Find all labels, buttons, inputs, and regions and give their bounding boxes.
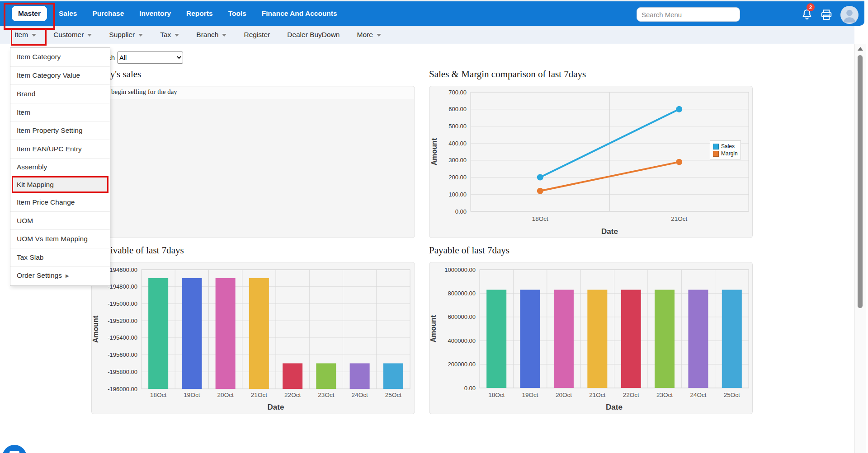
printer-icon bbox=[820, 8, 833, 22]
sales-margin-chart: 0.00100.00200.00300.00400.00500.00600.00… bbox=[429, 86, 753, 238]
menu-item-uom[interactable]: UOM bbox=[10, 211, 110, 230]
scrollbar-thumb[interactable] bbox=[858, 55, 863, 308]
svg-text:400.00: 400.00 bbox=[448, 140, 467, 147]
print-button[interactable] bbox=[820, 8, 833, 22]
menu-item-item-category[interactable]: Item Category bbox=[10, 48, 110, 66]
subnav-item-label: Supplier bbox=[109, 31, 135, 39]
menu-item-label: Item Property Setting bbox=[17, 126, 83, 135]
topbar-item-sales[interactable]: Sales bbox=[51, 9, 85, 18]
menu-item-kit-mapping[interactable]: Kit Mapping bbox=[12, 176, 108, 193]
receivable-chart: -196000.00-195800.00-195600.00-195400.00… bbox=[92, 262, 415, 415]
subnav-item-label: Branch bbox=[196, 31, 218, 39]
svg-text:200000.00: 200000.00 bbox=[448, 361, 476, 368]
menu-item-assembly[interactable]: Assembly bbox=[10, 158, 110, 177]
svg-text:700.00: 700.00 bbox=[448, 89, 467, 96]
svg-text:0.00: 0.00 bbox=[464, 385, 476, 392]
chat-icon bbox=[9, 451, 19, 453]
menu-item-label: Item bbox=[17, 108, 30, 117]
svg-text:Amount: Amount bbox=[429, 315, 437, 342]
chevron-down-icon bbox=[377, 34, 381, 37]
sales-margin-card: 0.00100.00200.00300.00400.00500.00600.00… bbox=[429, 86, 753, 238]
topbar-item-reports[interactable]: Reports bbox=[179, 9, 221, 18]
subnav-item-supplier[interactable]: Supplier bbox=[100, 31, 151, 39]
sales-margin-title: Sales & Margin comparison of last 7days bbox=[429, 69, 586, 80]
svg-text:Date: Date bbox=[268, 403, 284, 411]
subnav-item-more[interactable]: More bbox=[349, 31, 390, 39]
svg-text:800000.00: 800000.00 bbox=[448, 290, 476, 297]
svg-text:400000.00: 400000.00 bbox=[448, 337, 476, 344]
topbar-nav: MasterSalesPurchaseInventoryReportsTools… bbox=[0, 1, 345, 26]
menu-item-item-ean-upc-entry[interactable]: Item EAN/UPC Entry bbox=[10, 140, 110, 158]
menu-item-label: Kit Mapping bbox=[17, 181, 54, 189]
svg-text:100.00: 100.00 bbox=[448, 191, 467, 198]
menu-item-item-property-setting[interactable]: Item Property Setting bbox=[10, 121, 110, 140]
item-dropdown-menu: Item CategoryItem Category ValueBrandIte… bbox=[10, 47, 110, 286]
subnav-item-customer[interactable]: Customer bbox=[45, 31, 100, 39]
topbar-item-master[interactable]: Master bbox=[12, 6, 47, 21]
receivable-card: -196000.00-195800.00-195600.00-195400.00… bbox=[91, 262, 415, 414]
menu-item-brand[interactable]: Brand bbox=[10, 84, 110, 103]
menu-item-label: Order Settings bbox=[17, 271, 62, 280]
legend-swatch bbox=[713, 144, 719, 149]
menu-item-item-price-change[interactable]: Item Price Change bbox=[10, 193, 110, 211]
subnav-item-tax[interactable]: Tax bbox=[151, 31, 188, 39]
menu-item-order-settings[interactable]: Order Settings▶ bbox=[10, 266, 110, 285]
sales-message: begin selling for the day bbox=[111, 88, 177, 96]
svg-text:-195200.00: -195200.00 bbox=[108, 318, 137, 324]
svg-text:23Oct: 23Oct bbox=[656, 392, 673, 398]
notification-badge: 2 bbox=[807, 3, 815, 11]
svg-text:600.00: 600.00 bbox=[448, 106, 467, 112]
svg-text:Date: Date bbox=[601, 227, 618, 236]
subnav-item-label: Customer bbox=[53, 31, 84, 39]
menu-item-label: UOM bbox=[17, 217, 33, 225]
menu-item-item[interactable]: Item bbox=[10, 103, 110, 121]
svg-text:1000000.00: 1000000.00 bbox=[444, 266, 476, 273]
subnav-item-label: Tax bbox=[160, 31, 171, 39]
svg-text:Date: Date bbox=[606, 403, 623, 411]
payable-chart: 0.00200000.00400000.00600000.00800000.00… bbox=[429, 262, 753, 415]
svg-text:-196000.00: -196000.00 bbox=[108, 386, 137, 392]
menu-item-label: Brand bbox=[17, 90, 35, 98]
subnav-item-item[interactable]: Item bbox=[6, 31, 45, 39]
subnav-item-dealer-buydown[interactable]: Dealer BuyDown bbox=[278, 31, 348, 39]
topbar-item-finance-and-accounts[interactable]: Finance And Accounts bbox=[254, 9, 345, 18]
chevron-right-icon: ▶ bbox=[66, 273, 69, 278]
search-input[interactable] bbox=[637, 7, 740, 22]
legend-label: Margin bbox=[721, 150, 738, 157]
svg-text:22Oct: 22Oct bbox=[623, 392, 639, 398]
menu-item-item-category-value[interactable]: Item Category Value bbox=[10, 66, 110, 85]
svg-text:-195800.00: -195800.00 bbox=[108, 369, 137, 375]
subnav-item-label: Register bbox=[244, 31, 270, 39]
user-avatar[interactable] bbox=[840, 6, 859, 24]
payable-title: Payable of last 7days bbox=[429, 245, 509, 256]
topbar-item-tools[interactable]: Tools bbox=[221, 9, 254, 18]
topbar-item-purchase[interactable]: Purchase bbox=[85, 9, 132, 18]
payable-card: 0.00200000.00400000.00600000.00800000.00… bbox=[429, 262, 753, 414]
svg-text:Amount: Amount bbox=[430, 138, 438, 165]
subnav-item-label: Item bbox=[14, 31, 28, 39]
svg-text:19Oct: 19Oct bbox=[184, 392, 200, 398]
legend-label: Sales bbox=[721, 143, 735, 149]
menu-item-tax-slab[interactable]: Tax Slab bbox=[10, 248, 110, 266]
subnav-item-register[interactable]: Register bbox=[235, 31, 278, 39]
chevron-down-icon bbox=[175, 34, 179, 37]
svg-text:25Oct: 25Oct bbox=[724, 392, 740, 398]
svg-text:500.00: 500.00 bbox=[448, 123, 467, 130]
menu-item-uom-vs-item-mapping[interactable]: UOM Vs Item Mapping bbox=[10, 229, 110, 248]
svg-text:24Oct: 24Oct bbox=[690, 392, 706, 398]
scroll-up-arrow[interactable] bbox=[858, 47, 863, 51]
chevron-down-icon bbox=[87, 34, 92, 37]
chevron-down-icon bbox=[138, 34, 143, 37]
topbar-item-inventory[interactable]: Inventory bbox=[132, 9, 179, 18]
menu-item-label: Tax Slab bbox=[17, 253, 43, 262]
subnav: ItemCustomerSupplierTaxBranchRegisterDea… bbox=[0, 26, 854, 44]
subnav-item-branch[interactable]: Branch bbox=[188, 31, 235, 39]
svg-text:24Oct: 24Oct bbox=[352, 392, 368, 398]
chat-widget-button[interactable] bbox=[2, 445, 27, 453]
svg-text:200.00: 200.00 bbox=[448, 174, 467, 181]
branch-filter-select[interactable]: All bbox=[117, 51, 183, 64]
legend-row-margin: Margin bbox=[713, 150, 738, 157]
chevron-down-icon bbox=[32, 34, 36, 37]
scrollbar-track[interactable] bbox=[854, 44, 866, 453]
menu-item-label: Item Category bbox=[17, 53, 61, 61]
